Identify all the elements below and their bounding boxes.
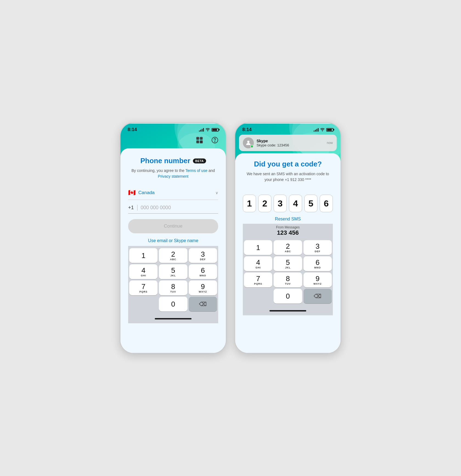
country-code: +1 [128, 205, 137, 211]
keyboard2-row-2: 4 GHI 5 JKL 6 MNO [244, 256, 332, 271]
screen1-content: Phone number BETA By continuing, you agr… [120, 135, 226, 353]
key-6[interactable]: 6 MNO [189, 264, 217, 279]
subtitle-and: and [209, 168, 215, 173]
keyboard-2: 1 2 ABC 3 DEF 4 GHI [243, 238, 333, 306]
signal-icon-1 [199, 128, 204, 132]
notif-app-name: Skype [257, 139, 324, 143]
status-icons-1 [199, 127, 219, 132]
continue-button[interactable]: Continue [128, 219, 218, 233]
delete-icon-2: ⌫ [314, 293, 321, 299]
chevron-down-icon: ∨ [215, 191, 218, 195]
svg-rect-11 [197, 141, 198, 143]
home-bar-2 [269, 310, 306, 311]
resend-sms-link[interactable]: Resend SMS [243, 217, 333, 222]
svg-rect-15 [200, 142, 201, 143]
key2-2[interactable]: 2 ABC [274, 240, 302, 255]
wifi-icon-2 [320, 127, 325, 132]
keyboard2-row-1: 1 2 ABC 3 DEF [244, 240, 332, 255]
country-left: 🇨🇦 Canada [128, 189, 155, 196]
keyboard-row-3: 7 PQRS 8 TUV 9 WXYZ [129, 280, 217, 295]
code-title: Did you get a code? [254, 160, 322, 168]
svg-point-18 [215, 141, 215, 142]
key-5[interactable]: 5 JKL [159, 264, 187, 279]
keyboard-row-2: 4 GHI 5 JKL 6 MNO [129, 264, 217, 279]
terms-of-use-link[interactable]: Terms of use [185, 168, 207, 173]
delete-key[interactable]: ⌫ [189, 297, 217, 311]
notification-bar: Skype Skype code: 123456 now [235, 135, 341, 153]
screen1-frame: 8:14 [120, 122, 227, 354]
svg-rect-9 [197, 138, 198, 139]
key2-9[interactable]: 9 WXYZ [303, 273, 332, 287]
key2-6[interactable]: 6 MNO [303, 256, 332, 271]
beta-badge: BETA [193, 158, 206, 163]
keyboard2-row-3: 7 PQRS 8 TUV 9 WXYZ [244, 273, 332, 287]
key-0[interactable]: 0 [159, 297, 187, 311]
use-email-skype-link[interactable]: Use email or Skype name [128, 238, 218, 243]
status-time-2: 8:14 [242, 127, 252, 132]
battery-icon-2 [326, 128, 333, 132]
keyboard-row-1: 1 2 ABC 3 DEF [129, 248, 217, 263]
key2-1[interactable]: 1 [244, 240, 272, 255]
header-actions-1 [120, 135, 226, 148]
delete-key-2[interactable]: ⌫ [303, 289, 332, 304]
keyboard-1: 1 2 ABC 3 DEF 4 GHI [128, 246, 218, 314]
svg-rect-10 [201, 138, 202, 139]
subtitle-plain: By continuing, you agree to the [131, 168, 184, 173]
svg-point-25 [247, 141, 249, 143]
phone-number-title: Phone number [140, 157, 190, 165]
key-9[interactable]: 9 WXYZ [189, 280, 217, 295]
help-button[interactable] [209, 135, 220, 146]
key2-5[interactable]: 5 JKL [274, 256, 302, 271]
key-empty-left [129, 297, 158, 311]
phone-number-placeholder[interactable]: 000 000 0000 [141, 205, 218, 211]
code-digit-2[interactable]: 2 [258, 195, 271, 212]
key2-8[interactable]: 8 TUV [274, 273, 302, 287]
subtitle-2: We have sent an SMS with an activation c… [243, 171, 333, 183]
status-bar-2: 8:14 [235, 123, 341, 135]
notif-message: Skype code: 123456 [257, 143, 324, 147]
code-digit-5[interactable]: 5 [304, 195, 317, 212]
code-digit-3[interactable]: 3 [274, 195, 287, 212]
status-bar-1: 8:14 [120, 123, 226, 135]
key2-7[interactable]: 7 PQRS [244, 273, 272, 287]
from-messages-bar: From Messages 123 456 [243, 224, 333, 238]
home-indicator-2 [243, 306, 333, 315]
subtitle-1: By continuing, you agree to the Terms of… [128, 168, 218, 179]
notif-online-dot [250, 145, 254, 148]
keyboard2-row-4: 0 ⌫ [244, 289, 332, 304]
screen2-frame: 8:14 [234, 122, 341, 354]
screen-title-1: Phone number BETA [128, 157, 218, 165]
code-digit-1[interactable]: 1 [243, 195, 256, 212]
key2-3[interactable]: 3 DEF [303, 240, 332, 255]
key2-4[interactable]: 4 GHI [244, 256, 272, 271]
delete-icon: ⌫ [199, 301, 207, 307]
notification-card[interactable]: Skype Skype code: 123456 now [239, 135, 337, 151]
key-4[interactable]: 4 GHI [129, 264, 158, 279]
code-input-area: 1 2 3 4 5 6 [243, 195, 333, 212]
code-digit-4[interactable]: 4 [289, 195, 302, 212]
screen2-content: Did you get a code? We have sent an SMS … [235, 153, 341, 353]
wifi-icon-1 [206, 127, 210, 132]
status-icons-2 [314, 127, 333, 132]
key-3[interactable]: 3 DEF [189, 248, 217, 263]
key2-0[interactable]: 0 [274, 289, 302, 304]
privacy-statement-link[interactable]: Privacy statement [158, 174, 188, 178]
svg-rect-14 [201, 141, 203, 142]
main-area-2: Did you get a code? We have sent an SMS … [235, 153, 341, 353]
key-1[interactable]: 1 [129, 248, 158, 263]
code-digit-6[interactable]: 6 [320, 195, 333, 212]
qr-code-button[interactable] [194, 135, 205, 146]
key-2[interactable]: 2 ABC [159, 248, 187, 263]
status-time-1: 8:14 [128, 127, 137, 132]
country-selector[interactable]: 🇨🇦 Canada ∨ [128, 186, 218, 200]
svg-rect-16 [201, 142, 203, 143]
key-7[interactable]: 7 PQRS [129, 280, 158, 295]
main-area-1: Phone number BETA By continuing, you agr… [120, 148, 226, 353]
svg-rect-13 [200, 141, 201, 142]
keyboard-row-4: 0 ⌫ [129, 297, 217, 311]
home-indicator-1 [128, 314, 218, 323]
battery-icon-1 [212, 128, 219, 132]
phone-input-row: +1 000 000 0000 [128, 202, 218, 214]
key-8[interactable]: 8 TUV [159, 280, 187, 295]
home-bar-1 [155, 318, 192, 319]
